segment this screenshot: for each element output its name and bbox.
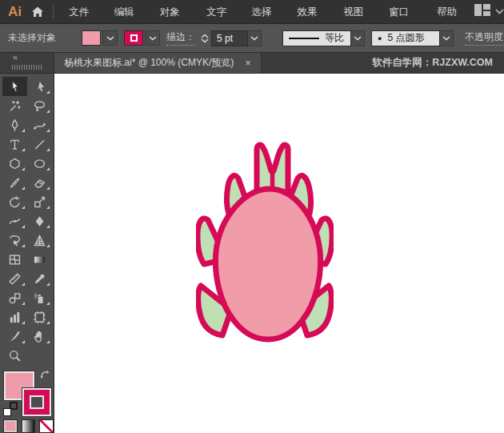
width-profile-dropdown[interactable] xyxy=(351,30,365,46)
swap-fill-stroke-button[interactable] xyxy=(39,368,50,383)
artboard-tool[interactable] xyxy=(27,307,52,327)
default-fill-icon xyxy=(3,408,11,416)
type-icon xyxy=(8,138,22,151)
opacity-label[interactable]: 不透明度： xyxy=(465,30,504,46)
tab-bar: « 杨桃水果图标.ai* @ 100% (CMYK/预览) × 软件自学网：RJ… xyxy=(0,53,504,74)
stroke-weight-dropdown[interactable] xyxy=(248,30,262,46)
tools-grid xyxy=(0,74,54,365)
mesh-tool[interactable] xyxy=(2,250,27,269)
stepper-down-icon xyxy=(201,38,209,43)
fill-color-swatch[interactable] xyxy=(82,30,101,46)
tab-bar-empty-area: 软件自学网：RJZXW.COM xyxy=(262,53,504,73)
eyedropper-tool[interactable] xyxy=(27,269,52,288)
stroke-weight-combo[interactable]: 5 pt xyxy=(211,30,262,46)
mesh-icon xyxy=(8,253,22,267)
line-segment-tool[interactable] xyxy=(27,134,52,154)
fill-stroke-cluster xyxy=(0,367,54,416)
ellipse-tool[interactable] xyxy=(27,154,52,173)
ellipse-icon xyxy=(33,157,46,170)
lasso-tool[interactable] xyxy=(27,96,52,115)
type-tool[interactable] xyxy=(2,134,27,154)
fruit-body[interactable] xyxy=(215,189,320,339)
dragon-fruit-artwork[interactable] xyxy=(196,134,334,344)
stroke-weight-stepper[interactable] xyxy=(201,34,209,43)
curvature-icon xyxy=(33,118,46,132)
dock-drag-grip[interactable] xyxy=(12,65,42,70)
curvature-tool[interactable] xyxy=(27,115,52,134)
menu-item-8[interactable]: 帮助(H) xyxy=(428,0,474,24)
blend-tool[interactable] xyxy=(2,288,27,307)
swap-arrows-icon xyxy=(39,369,50,379)
menu-item-5[interactable]: 效果(C) xyxy=(289,0,335,24)
polygon-tool[interactable] xyxy=(2,154,27,173)
column-graph-icon xyxy=(8,311,22,324)
stroke-color-swatch[interactable] xyxy=(124,30,143,46)
hand-icon xyxy=(33,330,46,343)
document-tab[interactable]: 杨桃水果图标.ai* @ 100% (CMYK/预览) × xyxy=(54,53,262,73)
gradient-icon xyxy=(33,253,46,267)
stroke-swatch[interactable] xyxy=(22,388,51,416)
magic-wand-tool[interactable] xyxy=(2,96,27,115)
free-transform-tool[interactable] xyxy=(27,211,52,231)
fill-color-dropdown[interactable] xyxy=(102,30,118,46)
stroke-color-dropdown[interactable] xyxy=(145,30,160,46)
measure-tool[interactable] xyxy=(2,269,27,288)
workspace-layout-icon xyxy=(474,4,490,16)
slice-tool[interactable] xyxy=(2,327,27,346)
pen-tool[interactable] xyxy=(2,115,27,134)
symbol-sprayer-tool[interactable] xyxy=(27,288,52,307)
menu-item-4[interactable]: 选择(S) xyxy=(243,0,289,24)
home-button[interactable] xyxy=(28,3,46,21)
pen-icon xyxy=(8,118,22,132)
menu-item-6[interactable]: 视图(V) xyxy=(334,0,380,24)
toolbar-dock-header: « xyxy=(0,53,54,73)
paintbrush-tool[interactable] xyxy=(2,173,27,192)
menu-item-1[interactable]: 编辑(E) xyxy=(106,0,151,24)
none-mode-button[interactable] xyxy=(39,419,54,433)
menu-item-0[interactable]: 文件(F) xyxy=(60,0,106,24)
home-icon xyxy=(31,6,44,18)
measure-icon xyxy=(8,272,22,286)
tab-close-icon[interactable]: × xyxy=(245,58,251,68)
column-graph-tool[interactable] xyxy=(2,307,27,327)
eraser-tool[interactable] xyxy=(27,173,52,192)
shape-builder-tool[interactable] xyxy=(2,231,27,250)
workspace-switcher-button[interactable] xyxy=(474,4,490,19)
default-fill-stroke-button[interactable] xyxy=(3,402,18,416)
width-profile-value[interactable]: 等比 xyxy=(282,30,351,46)
zoom-tool[interactable] xyxy=(2,346,27,365)
brush-definition-combo[interactable]: ● 5 点圆形 xyxy=(371,30,454,46)
gradient-tool[interactable] xyxy=(27,250,52,269)
illustrator-window: Ai 文件(F)编辑(E)对象(O)文字(T)选择(S)效果(C)视图(V)窗口… xyxy=(0,0,504,433)
magic-wand-icon xyxy=(8,99,22,113)
stroke-weight-label[interactable]: 描边： xyxy=(166,30,195,46)
document-title: 杨桃水果图标.ai* @ 100% (CMYK/预览) xyxy=(64,56,234,70)
width-profile-combo[interactable]: 等比 xyxy=(282,30,365,46)
free-transform-icon xyxy=(33,214,46,228)
direct-selection-tool[interactable] xyxy=(27,77,52,96)
artboard-canvas[interactable] xyxy=(54,74,504,433)
menu-item-7[interactable]: 窗口(W) xyxy=(380,0,428,24)
collapse-panels-button[interactable]: « xyxy=(13,52,18,62)
lasso-icon xyxy=(33,99,46,113)
chevron-down-icon xyxy=(149,36,157,41)
chevron-down-icon[interactable] xyxy=(495,9,504,14)
color-mode-button[interactable] xyxy=(3,419,18,433)
stroke-indicator-icon xyxy=(130,34,138,42)
perspective-grid-tool[interactable] xyxy=(27,231,52,250)
width-tool[interactable] xyxy=(2,211,27,231)
stroke-weight-value[interactable]: 5 pt xyxy=(211,30,248,46)
gradient-mode-button[interactable] xyxy=(22,419,36,433)
menu-item-2[interactable]: 对象(O) xyxy=(151,0,198,24)
paint-mode-buttons xyxy=(0,416,54,433)
rotate-tool[interactable] xyxy=(2,192,27,211)
ai-logo: Ai xyxy=(0,4,28,20)
scale-tool[interactable] xyxy=(27,192,52,211)
menu-item-3[interactable]: 文字(T) xyxy=(198,0,243,24)
width-icon xyxy=(8,214,22,228)
brush-definition-value[interactable]: ● 5 点圆形 xyxy=(371,30,440,46)
selection-tool[interactable] xyxy=(2,77,27,96)
hand-tool[interactable] xyxy=(27,327,52,346)
brush-definition-dropdown[interactable] xyxy=(440,30,454,46)
shape-builder-icon xyxy=(8,234,22,247)
